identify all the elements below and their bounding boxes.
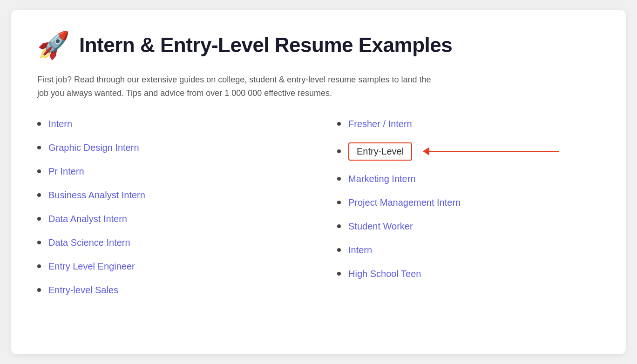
list-item: Data Science Intern <box>37 237 300 248</box>
link-graphic-design-intern[interactable]: Graphic Design Intern <box>48 142 139 153</box>
bullet-icon <box>37 288 41 292</box>
link-project-management-intern[interactable]: Project Management Intern <box>348 197 461 208</box>
list-item: Student Worker <box>337 221 600 232</box>
list-item: Graphic Design Intern <box>37 142 300 153</box>
bullet-icon <box>337 149 341 153</box>
list-item: Business Analyst Intern <box>37 190 300 201</box>
list-item: Marketing Intern <box>337 174 600 184</box>
list-item: High School Teen <box>337 269 600 279</box>
main-card: 🚀 Intern & Entry-Level Resume Examples F… <box>11 10 626 354</box>
lists-container: InternGraphic Design InternPr InternBusi… <box>37 119 600 309</box>
list-item: Data Analyst Intern <box>37 214 300 224</box>
rocket-icon: 🚀 <box>37 32 70 58</box>
page-header: 🚀 Intern & Entry-Level Resume Examples <box>37 32 600 58</box>
list-item: Entry-level Sales <box>37 285 300 296</box>
list-item: Entry Level Engineer <box>37 261 300 272</box>
link-student-worker[interactable]: Student Worker <box>348 221 413 232</box>
link-data-science-intern[interactable]: Data Science Intern <box>48 237 130 248</box>
list-item: Project Management Intern <box>337 197 600 208</box>
link-intern[interactable]: Intern <box>48 119 72 129</box>
bullet-icon <box>337 177 341 181</box>
link-data-analyst-intern[interactable]: Data Analyst Intern <box>48 214 127 224</box>
list-item: Entry-Level <box>337 142 600 161</box>
bullet-icon <box>337 272 341 276</box>
left-list: InternGraphic Design InternPr InternBusi… <box>37 119 300 309</box>
list-item: Pr Intern <box>37 166 300 177</box>
arrow-line <box>429 151 559 152</box>
arrow-indicator <box>423 147 559 155</box>
bullet-icon <box>37 193 41 197</box>
link-high-school-teen[interactable]: High School Teen <box>348 269 421 279</box>
link-entry-level[interactable]: Entry-Level <box>348 142 412 161</box>
right-list: Fresher / InternEntry-LevelMarketing Int… <box>337 119 600 309</box>
link-marketing-intern[interactable]: Marketing Intern <box>348 174 416 184</box>
bullet-icon <box>37 122 41 126</box>
link-intern-2[interactable]: Intern <box>348 245 372 256</box>
bullet-icon <box>37 264 41 268</box>
list-item: Fresher / Intern <box>337 119 600 129</box>
arrow-head-icon <box>423 147 429 155</box>
bullet-icon <box>337 248 341 252</box>
link-business-analyst-intern[interactable]: Business Analyst Intern <box>48 190 145 201</box>
link-pr-intern[interactable]: Pr Intern <box>48 166 84 177</box>
bullet-icon <box>37 146 41 149</box>
entry-level-wrapper: Entry-Level <box>348 142 412 161</box>
bullet-icon <box>337 201 341 204</box>
page-description: First job? Read through our extensive gu… <box>37 73 549 100</box>
link-fresher-intern[interactable]: Fresher / Intern <box>348 119 412 129</box>
list-item: Intern <box>337 245 600 256</box>
link-entry-level-engineer[interactable]: Entry Level Engineer <box>48 261 135 272</box>
link-entry-level-sales[interactable]: Entry-level Sales <box>48 285 118 296</box>
list-item: Intern <box>37 119 300 129</box>
bullet-icon <box>337 224 341 228</box>
page-title: Intern & Entry-Level Resume Examples <box>79 34 452 57</box>
bullet-icon <box>37 169 41 173</box>
bullet-icon <box>37 217 41 221</box>
bullet-icon <box>37 241 41 244</box>
bullet-icon <box>337 122 341 126</box>
